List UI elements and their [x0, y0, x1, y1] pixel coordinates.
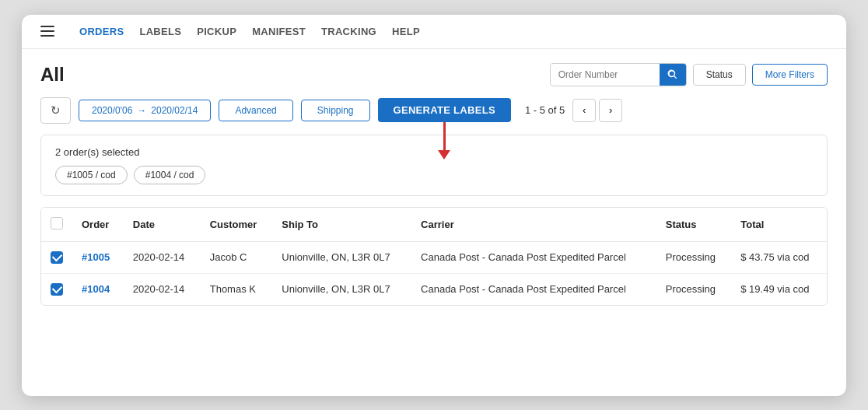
- nav-manifest[interactable]: MANIFEST: [252, 26, 306, 37]
- col-total: Total: [731, 208, 827, 242]
- row2-total: $ 19.49 via cod: [731, 273, 827, 305]
- select-all-checkbox[interactable]: [51, 217, 63, 230]
- date-range-button[interactable]: 2020/0'06 → 2020/02/14: [79, 100, 211, 121]
- selected-section: 2 order(s) selected #1005 / cod #1004 / …: [40, 135, 828, 196]
- filter-bar-second: ↻ 2020/0'06 → 2020/02/14 Advanced Shippi…: [40, 97, 828, 124]
- col-ship-to: Ship To: [272, 208, 411, 242]
- date-start: 2020/0'06: [92, 105, 132, 116]
- main-content: All Status More Filters ↻: [22, 49, 846, 320]
- status-filter-button[interactable]: Status: [693, 64, 746, 86]
- nav-links: ORDERS LABELS PICKUP MANIFEST TRACKING H…: [79, 26, 420, 37]
- row2-ship-to: Unionville, ON, L3R 0L7: [272, 273, 411, 305]
- row2-carrier: Canada Post - Canada Post Expedited Parc…: [411, 273, 656, 305]
- filter-bar-top: All Status More Filters: [40, 63, 828, 86]
- nav-tracking[interactable]: TRACKING: [321, 26, 376, 37]
- orders-table: Order Date Customer Ship To Carrier Stat…: [41, 208, 827, 305]
- order-link-1004[interactable]: #1004: [82, 283, 110, 295]
- order-number-search[interactable]: [550, 63, 687, 86]
- pagination-buttons: ‹ ›: [572, 99, 622, 122]
- col-order: Order: [72, 208, 124, 242]
- row2-checkbox-cell: [41, 273, 72, 305]
- tag-1004[interactable]: #1004 / cod: [134, 166, 206, 184]
- page-title: All: [40, 64, 65, 86]
- nav-orders[interactable]: ORDERS: [79, 26, 124, 37]
- search-button[interactable]: [660, 64, 686, 86]
- col-status: Status: [656, 208, 732, 242]
- row1-date: 2020-02-14: [124, 241, 201, 273]
- generate-labels-wrap: GENERATE LABELS: [378, 98, 511, 122]
- row2-customer: Thomas K: [201, 273, 273, 305]
- nav-pickup[interactable]: PICKUP: [197, 26, 236, 37]
- date-arrow-icon: →: [137, 105, 146, 116]
- row1-checkbox[interactable]: [51, 251, 63, 264]
- row1-total: $ 43.75 via cod: [731, 241, 827, 273]
- shipping-button[interactable]: Shipping: [301, 100, 370, 121]
- col-date: Date: [124, 208, 201, 242]
- more-filters-button[interactable]: More Filters: [752, 64, 828, 86]
- filter-right: Status More Filters: [550, 63, 828, 86]
- hamburger-menu[interactable]: [40, 26, 54, 37]
- pagination-info: 1 - 5 of 5: [525, 104, 565, 116]
- row1-carrier: Canada Post - Canada Post Expedited Parc…: [411, 241, 656, 273]
- row1-order: #1005: [72, 241, 124, 273]
- table-row: #1004 2020-02-14 Thomas K Unionville, ON…: [41, 273, 827, 305]
- table-row: #1005 2020-02-14 Jacob C Unionville, ON,…: [41, 241, 827, 273]
- row1-customer: Jacob C: [201, 241, 273, 273]
- row1-ship-to: Unionville, ON, L3R 0L7: [272, 241, 411, 273]
- refresh-button[interactable]: ↻: [40, 97, 71, 124]
- col-carrier: Carrier: [411, 208, 656, 242]
- table-header-row: Order Date Customer Ship To Carrier Stat…: [41, 208, 827, 242]
- row2-order: #1004: [72, 273, 124, 305]
- row1-checkbox-cell: [41, 241, 72, 273]
- advanced-button[interactable]: Advanced: [219, 100, 292, 121]
- row2-checkbox[interactable]: [51, 283, 63, 296]
- main-window: ORDERS LABELS PICKUP MANIFEST TRACKING H…: [22, 15, 846, 396]
- generate-labels-button[interactable]: GENERATE LABELS: [378, 98, 511, 122]
- row2-date: 2020-02-14: [124, 273, 201, 305]
- refresh-icon: ↻: [51, 103, 61, 117]
- order-link-1005[interactable]: #1005: [82, 251, 110, 263]
- date-end: 2020/02/14: [151, 105, 198, 116]
- nav-labels[interactable]: LABELS: [139, 26, 181, 37]
- search-input[interactable]: [551, 65, 660, 85]
- nav-help[interactable]: HELP: [392, 26, 420, 37]
- selected-count: 2 order(s) selected: [55, 146, 813, 158]
- col-customer: Customer: [201, 208, 273, 242]
- search-icon: [667, 69, 678, 80]
- selected-tags: #1005 / cod #1004 / cod: [55, 166, 813, 184]
- prev-page-button[interactable]: ‹: [572, 99, 596, 122]
- table-section: Order Date Customer Ship To Carrier Stat…: [40, 207, 828, 306]
- row1-status: Processing: [656, 241, 732, 273]
- tag-1005[interactable]: #1005 / cod: [55, 166, 128, 184]
- row2-status: Processing: [656, 273, 732, 305]
- nav-bar: ORDERS LABELS PICKUP MANIFEST TRACKING H…: [22, 15, 846, 49]
- next-page-button[interactable]: ›: [599, 99, 622, 122]
- col-checkbox: [41, 208, 72, 242]
